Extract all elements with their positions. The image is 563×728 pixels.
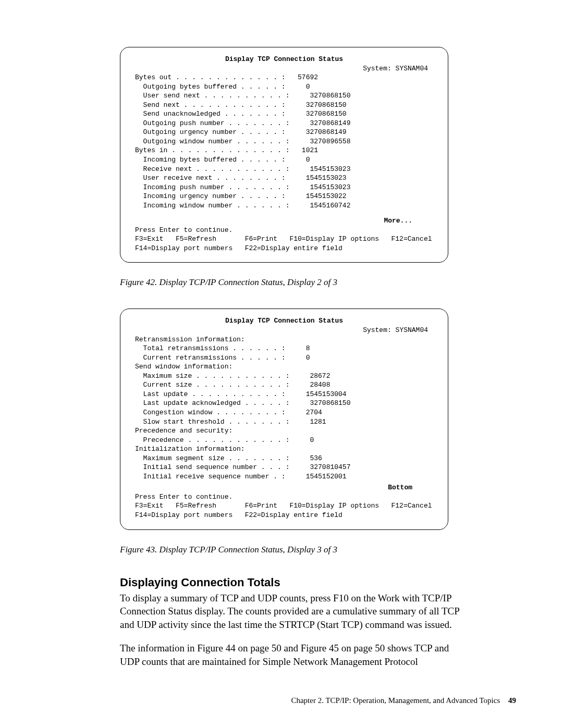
group-header: Send window information: [135,362,433,372]
fkeys-line-1: F3=Exit F5=Refresh F6=Print F10=Display … [135,235,433,244]
row-value: 3270868150 [289,399,350,408]
fkeys-line-2: F14=Display port numbers F22=Display ent… [135,511,433,520]
row-value: 1545153022 [286,192,347,201]
screen2-body: Retransmission information: Total retran… [135,335,433,482]
figure-42-caption: Figure 42. Display TCP/IP Connection Sta… [120,277,516,288]
data-row: Outgoing push number . . . . . . . : 327… [135,119,433,128]
row-value: 536 [289,454,322,463]
row-label: Initial receive sequence number . : [135,472,286,482]
row-value: 1021 [289,146,318,155]
row-value: 3270896558 [289,137,350,146]
bottom-indicator: Bottom [135,483,433,492]
data-row: Outgoing bytes buffered . . . . . : 0 [135,82,433,92]
row-label: Incoming bytes buffered . . . . . : [135,155,286,165]
row-value: 1545153023 [289,183,350,192]
system-value: SYSNAM04 [396,326,428,334]
row-label: Send next . . . . . . . . . . . . : [135,101,286,110]
row-value: 0 [286,82,310,92]
row-value: 3270868149 [289,119,350,128]
fkeys-line-1: F3=Exit F5=Refresh F6=Print F10=Display … [135,501,433,511]
section-heading: Displaying Connection Totals [120,576,516,589]
data-row: Current size . . . . . . . . . . . : 284… [135,380,433,390]
row-label: Maximum segment size . . . . . . . : [135,454,289,463]
data-row: Outgoing urgency number . . . . . : 3270… [135,128,433,137]
data-row: Send unacknowledged . . . . . . . : 3270… [135,109,433,119]
row-label: Precedence . . . . . . . . . . . . : [135,436,289,445]
row-value: 1545160742 [289,201,350,211]
row-value: 8 [286,344,310,353]
row-label: Send unacknowledged . . . . . . . : [135,109,286,119]
data-row: Outgoing window number . . . . . . : 327… [135,137,433,146]
row-label: Outgoing push number . . . . . . . : [135,119,289,128]
data-row: Slow start threshold . . . . . . . : 128… [135,417,433,427]
row-label: Outgoing window number . . . . . . : [135,137,289,146]
data-row: Precedence . . . . . . . . . . . . : 0 [135,436,433,445]
group-header: Retransmission information: [135,335,433,344]
data-row: Last update acknowledged . . . . . : 327… [135,399,433,408]
page: Display TCP Connection Status System: SY… [0,0,563,728]
row-label: Congestion window . . . . . . . . : [135,408,286,417]
row-label: Last update . . . . . . . . . . . : [135,390,286,399]
figure-43-caption: Figure 43. Display TCP/IP Connection Sta… [120,545,516,555]
paragraph-2: The information in Figure 44 on page 50 … [120,641,469,668]
data-row: Incoming push number . . . . . . . : 154… [135,183,433,192]
row-label: Maximum size . . . . . . . . . . . : [135,372,289,381]
page-footer: Chapter 2. TCP/IP: Operation, Management… [291,696,516,705]
more-indicator: More... [135,216,433,226]
row-label: Receive next . . . . . . . . . . . : [135,165,289,174]
data-row: Last update . . . . . . . . . . . : 1545… [135,390,433,399]
row-value: 3270868150 [286,109,347,119]
row-label: Incoming window number . . . . . . : [135,201,289,211]
system-label: System: [363,65,391,72]
row-value: 0 [286,155,310,165]
screen1-system: System: SYSNAM04 [135,64,433,73]
screen1-title: Display TCP Connection Status [135,55,433,64]
row-label: Initial send sequence number . . . : [135,463,289,472]
group-header: Initialization information: [135,445,433,454]
row-value: 3270868150 [286,101,347,110]
row-label: Total retransmissions . . . . . . : [135,344,286,353]
data-row: Initial receive sequence number . : 1545… [135,472,433,482]
data-row: Bytes out . . . . . . . . . . . . . : 57… [135,73,433,82]
row-label: User send next . . . . . . . . . . : [135,91,289,101]
row-label: User receive next . . . . . . . . : [135,174,286,183]
data-row: Initial send sequence number . . . : 327… [135,463,433,472]
row-value: 3270868150 [289,91,350,101]
row-label: Last update acknowledged . . . . . : [135,399,289,408]
data-row: Receive next . . . . . . . . . . . : 154… [135,165,433,174]
data-row: Incoming bytes buffered . . . . . : 0 [135,155,433,165]
page-number: 49 [508,696,516,705]
row-label: Bytes in . . . . . . . . . . . . . . : [135,146,289,155]
paragraph-1: To display a summary of TCP and UDP coun… [120,591,469,632]
row-value: 57692 [286,73,318,82]
row-label: Current size . . . . . . . . . . . : [135,380,289,390]
row-value: 0 [289,436,314,445]
row-value: 1281 [289,417,326,427]
data-row: User send next . . . . . . . . . . : 327… [135,91,433,101]
data-row: Incoming window number . . . . . . : 154… [135,201,433,211]
screen1-body: Bytes out . . . . . . . . . . . . . : 57… [135,73,433,210]
data-row: Incoming urgency number . . . . . : 1545… [135,192,433,201]
data-row: Congestion window . . . . . . . . : 2704 [135,408,433,417]
data-row: User receive next . . . . . . . . : 1545… [135,174,433,183]
data-row: Maximum size . . . . . . . . . . . : 286… [135,372,433,381]
row-value: 1545153004 [286,390,347,399]
row-label: Slow start threshold . . . . . . . : [135,417,289,427]
data-row: Total retransmissions . . . . . . : 8 [135,344,433,353]
footer-chapter: Chapter 2. TCP/IP: Operation, Management… [291,696,500,705]
row-label: Outgoing urgency number . . . . . : [135,128,286,137]
row-value: 0 [286,353,310,363]
system-label: System: [363,326,391,334]
group-header: Precedence and security: [135,426,433,436]
system-value: SYSNAM04 [396,65,428,72]
terminal-screen-1: Display TCP Connection Status System: SY… [120,47,448,263]
row-value: 1545153023 [289,165,350,174]
row-value: 1545152001 [286,472,347,482]
data-row: Bytes in . . . . . . . . . . . . . . : 1… [135,146,433,155]
data-row: Maximum segment size . . . . . . . : 536 [135,454,433,463]
data-row: Send next . . . . . . . . . . . . : 3270… [135,101,433,110]
row-label: Outgoing bytes buffered . . . . . : [135,82,286,92]
row-value: 1545153023 [286,174,347,183]
screen2-title: Display TCP Connection Status [135,316,433,326]
terminal-screen-2: Display TCP Connection Status System: SY… [120,309,448,529]
